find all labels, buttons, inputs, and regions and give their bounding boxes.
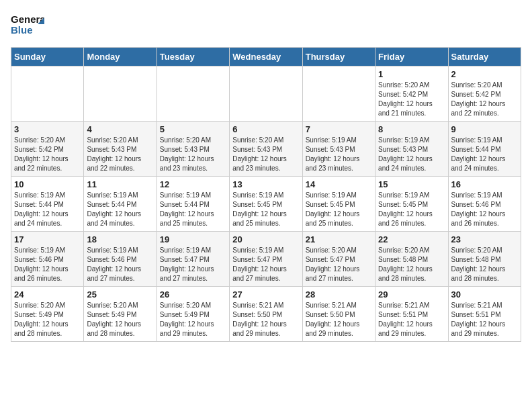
day-info: Sunrise: 5:19 AM Sunset: 5:45 PM Dayligh… xyxy=(378,191,445,228)
calendar-cell: 25Sunrise: 5:20 AM Sunset: 5:49 PM Dayli… xyxy=(84,287,157,342)
day-header-sunday: Sunday xyxy=(11,48,84,66)
day-number: 27 xyxy=(232,289,299,300)
day-info: Sunrise: 5:20 AM Sunset: 5:42 PM Dayligh… xyxy=(451,81,518,118)
day-number: 19 xyxy=(160,234,226,244)
day-number: 24 xyxy=(14,289,81,300)
day-number: 8 xyxy=(378,124,445,134)
day-info: Sunrise: 5:19 AM Sunset: 5:45 PM Dayligh… xyxy=(232,191,299,228)
day-info: Sunrise: 5:20 AM Sunset: 5:42 PM Dayligh… xyxy=(378,81,445,118)
day-number: 4 xyxy=(87,124,153,134)
day-info: Sunrise: 5:20 AM Sunset: 5:48 PM Dayligh… xyxy=(378,246,445,283)
page-header: General Blue xyxy=(11,11,521,40)
day-number: 22 xyxy=(378,234,445,244)
day-header-saturday: Saturday xyxy=(448,48,521,66)
day-info: Sunrise: 5:20 AM Sunset: 5:43 PM Dayligh… xyxy=(232,136,299,173)
day-number: 12 xyxy=(160,179,226,189)
day-info: Sunrise: 5:20 AM Sunset: 5:43 PM Dayligh… xyxy=(87,136,153,173)
day-number: 13 xyxy=(232,179,299,189)
day-number: 29 xyxy=(378,289,445,300)
day-number: 1 xyxy=(378,69,445,79)
day-info: Sunrise: 5:20 AM Sunset: 5:48 PM Dayligh… xyxy=(451,246,518,283)
calendar-cell: 30Sunrise: 5:21 AM Sunset: 5:51 PM Dayli… xyxy=(448,287,521,342)
logo-svg: General Blue xyxy=(11,11,44,40)
day-info: Sunrise: 5:21 AM Sunset: 5:50 PM Dayligh… xyxy=(306,301,372,338)
calendar-cell xyxy=(230,66,302,122)
calendar-cell: 14Sunrise: 5:19 AM Sunset: 5:45 PM Dayli… xyxy=(302,177,375,232)
day-number: 23 xyxy=(451,234,518,244)
calendar-cell xyxy=(157,66,229,122)
calendar-cell: 11Sunrise: 5:19 AM Sunset: 5:44 PM Dayli… xyxy=(84,177,157,232)
day-number: 17 xyxy=(14,234,81,244)
day-number: 30 xyxy=(451,289,518,300)
calendar-cell: 23Sunrise: 5:20 AM Sunset: 5:48 PM Dayli… xyxy=(448,232,521,287)
calendar-cell: 3Sunrise: 5:20 AM Sunset: 5:42 PM Daylig… xyxy=(11,122,84,177)
day-info: Sunrise: 5:19 AM Sunset: 5:44 PM Dayligh… xyxy=(87,191,153,228)
calendar-cell: 18Sunrise: 5:19 AM Sunset: 5:46 PM Dayli… xyxy=(84,232,157,287)
calendar-cell: 4Sunrise: 5:20 AM Sunset: 5:43 PM Daylig… xyxy=(84,122,157,177)
day-header-wednesday: Wednesday xyxy=(230,48,302,66)
calendar-cell: 19Sunrise: 5:19 AM Sunset: 5:47 PM Dayli… xyxy=(157,232,229,287)
day-info: Sunrise: 5:19 AM Sunset: 5:43 PM Dayligh… xyxy=(306,136,372,173)
logo: General Blue xyxy=(11,11,44,40)
day-info: Sunrise: 5:19 AM Sunset: 5:47 PM Dayligh… xyxy=(160,246,226,283)
day-number: 6 xyxy=(232,124,299,134)
day-info: Sunrise: 5:21 AM Sunset: 5:50 PM Dayligh… xyxy=(232,301,299,338)
day-header-friday: Friday xyxy=(375,48,448,66)
calendar-cell: 29Sunrise: 5:21 AM Sunset: 5:51 PM Dayli… xyxy=(375,287,448,342)
calendar-cell: 12Sunrise: 5:19 AM Sunset: 5:44 PM Dayli… xyxy=(157,177,229,232)
calendar-cell: 17Sunrise: 5:19 AM Sunset: 5:46 PM Dayli… xyxy=(11,232,84,287)
calendar-cell: 15Sunrise: 5:19 AM Sunset: 5:45 PM Dayli… xyxy=(375,177,448,232)
calendar-table: SundayMondayTuesdayWednesdayThursdayFrid… xyxy=(11,47,521,342)
week-row-5: 24Sunrise: 5:20 AM Sunset: 5:49 PM Dayli… xyxy=(11,287,521,342)
day-number: 20 xyxy=(232,234,299,244)
day-info: Sunrise: 5:20 AM Sunset: 5:49 PM Dayligh… xyxy=(160,301,226,338)
calendar-cell xyxy=(302,66,375,122)
day-number: 18 xyxy=(87,234,153,244)
week-row-3: 10Sunrise: 5:19 AM Sunset: 5:44 PM Dayli… xyxy=(11,177,521,232)
day-number: 14 xyxy=(306,179,372,189)
day-header-thursday: Thursday xyxy=(302,48,375,66)
day-info: Sunrise: 5:19 AM Sunset: 5:45 PM Dayligh… xyxy=(306,191,372,228)
day-info: Sunrise: 5:20 AM Sunset: 5:42 PM Dayligh… xyxy=(14,136,81,173)
calendar-cell: 2Sunrise: 5:20 AM Sunset: 5:42 PM Daylig… xyxy=(448,66,521,122)
day-info: Sunrise: 5:19 AM Sunset: 5:46 PM Dayligh… xyxy=(14,246,81,283)
calendar-cell xyxy=(84,66,157,122)
calendar-cell: 13Sunrise: 5:19 AM Sunset: 5:45 PM Dayli… xyxy=(230,177,302,232)
day-info: Sunrise: 5:20 AM Sunset: 5:49 PM Dayligh… xyxy=(14,301,81,338)
day-number: 25 xyxy=(87,289,153,300)
day-info: Sunrise: 5:19 AM Sunset: 5:44 PM Dayligh… xyxy=(14,191,81,228)
day-info: Sunrise: 5:19 AM Sunset: 5:43 PM Dayligh… xyxy=(378,136,445,173)
week-row-1: 1Sunrise: 5:20 AM Sunset: 5:42 PM Daylig… xyxy=(11,66,521,122)
day-info: Sunrise: 5:19 AM Sunset: 5:46 PM Dayligh… xyxy=(451,191,518,228)
day-header-tuesday: Tuesday xyxy=(157,48,229,66)
day-number: 11 xyxy=(87,179,153,189)
day-number: 2 xyxy=(451,69,518,79)
day-info: Sunrise: 5:20 AM Sunset: 5:49 PM Dayligh… xyxy=(87,301,153,338)
day-info: Sunrise: 5:19 AM Sunset: 5:47 PM Dayligh… xyxy=(232,246,299,283)
day-info: Sunrise: 5:19 AM Sunset: 5:46 PM Dayligh… xyxy=(87,246,153,283)
calendar-cell xyxy=(11,66,84,122)
calendar-cell: 27Sunrise: 5:21 AM Sunset: 5:50 PM Dayli… xyxy=(230,287,302,342)
day-header-monday: Monday xyxy=(84,48,157,66)
day-number: 15 xyxy=(378,179,445,189)
day-number: 21 xyxy=(306,234,372,244)
day-info: Sunrise: 5:19 AM Sunset: 5:44 PM Dayligh… xyxy=(451,136,518,173)
day-number: 10 xyxy=(14,179,81,189)
day-info: Sunrise: 5:20 AM Sunset: 5:43 PM Dayligh… xyxy=(160,136,226,173)
calendar-cell: 5Sunrise: 5:20 AM Sunset: 5:43 PM Daylig… xyxy=(157,122,229,177)
day-info: Sunrise: 5:20 AM Sunset: 5:47 PM Dayligh… xyxy=(306,246,372,283)
calendar-cell: 9Sunrise: 5:19 AM Sunset: 5:44 PM Daylig… xyxy=(448,122,521,177)
calendar-cell: 10Sunrise: 5:19 AM Sunset: 5:44 PM Dayli… xyxy=(11,177,84,232)
svg-text:Blue: Blue xyxy=(11,24,33,36)
calendar-cell: 26Sunrise: 5:20 AM Sunset: 5:49 PM Dayli… xyxy=(157,287,229,342)
calendar-cell: 28Sunrise: 5:21 AM Sunset: 5:50 PM Dayli… xyxy=(302,287,375,342)
calendar-cell: 24Sunrise: 5:20 AM Sunset: 5:49 PM Dayli… xyxy=(11,287,84,342)
calendar-cell: 20Sunrise: 5:19 AM Sunset: 5:47 PM Dayli… xyxy=(230,232,302,287)
week-row-2: 3Sunrise: 5:20 AM Sunset: 5:42 PM Daylig… xyxy=(11,122,521,177)
week-row-4: 17Sunrise: 5:19 AM Sunset: 5:46 PM Dayli… xyxy=(11,232,521,287)
days-header-row: SundayMondayTuesdayWednesdayThursdayFrid… xyxy=(11,48,521,66)
day-info: Sunrise: 5:19 AM Sunset: 5:44 PM Dayligh… xyxy=(160,191,226,228)
calendar-cell: 22Sunrise: 5:20 AM Sunset: 5:48 PM Dayli… xyxy=(375,232,448,287)
calendar-cell: 16Sunrise: 5:19 AM Sunset: 5:46 PM Dayli… xyxy=(448,177,521,232)
calendar-cell: 6Sunrise: 5:20 AM Sunset: 5:43 PM Daylig… xyxy=(230,122,302,177)
